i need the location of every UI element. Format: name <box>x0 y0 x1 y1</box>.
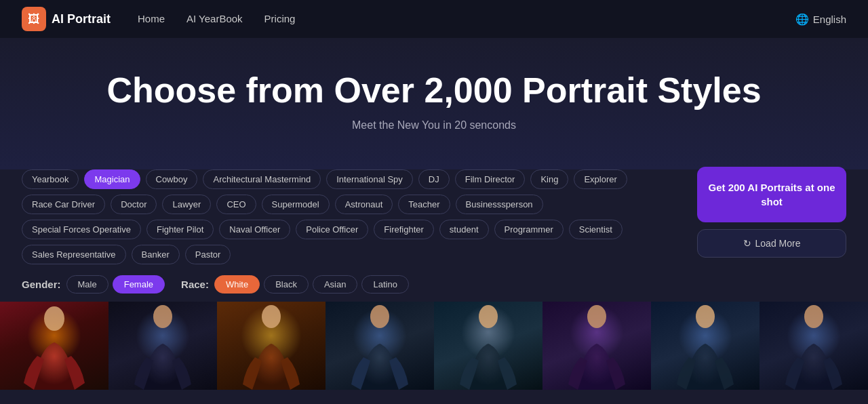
svg-point-6 <box>696 305 715 328</box>
svg-point-2 <box>262 305 281 328</box>
tags-row-2: Race Car Driver Doctor Lawyer CEO Superm… <box>22 195 681 214</box>
tag-yearbook[interactable]: Yearbook <box>22 169 79 189</box>
tag-supermodel[interactable]: Supermodel <box>262 195 330 214</box>
tag-astronaut[interactable]: Astronaut <box>335 195 393 214</box>
tag-lawyer[interactable]: Lawyer <box>162 195 211 214</box>
svg-point-1 <box>153 305 172 328</box>
hero-subtitle: Meet the New You in 20 senconds <box>22 119 846 132</box>
hero-section: Choose from Over 2,000 Portrait Styles M… <box>0 38 868 169</box>
gender-label: Gender: <box>22 279 61 290</box>
navbar: 🖼 AI Portrait Home AI YearBook Pricing 🌐… <box>0 0 868 38</box>
load-more-button[interactable]: ↻ Load More <box>697 229 846 258</box>
race-options: White Black Asian Latino <box>214 275 409 294</box>
hero-title: Choose from Over 2,000 Portrait Styles <box>22 70 846 111</box>
nav-pricing[interactable]: Pricing <box>264 13 296 24</box>
svg-point-0 <box>44 306 64 331</box>
image-cell-2[interactable] <box>108 302 217 390</box>
tags-section: Yearbook Magician Cowboy Architectural M… <box>22 169 681 294</box>
tag-teacher[interactable]: Teacher <box>398 195 450 214</box>
tag-magician[interactable]: Magician <box>84 169 140 189</box>
image-cell-7[interactable] <box>651 302 760 390</box>
tag-student[interactable]: student <box>439 220 489 239</box>
tags-row-4: Sales Representative Banker Pastor <box>22 245 681 264</box>
load-more-label: Load More <box>755 238 801 249</box>
filter-latino[interactable]: Latino <box>361 275 408 294</box>
tag-cowboy[interactable]: Cowboy <box>146 169 198 189</box>
cta-button[interactable]: Get 200 AI Portraits at one shot <box>697 167 846 222</box>
tag-explorer[interactable]: Explorer <box>574 169 627 189</box>
tags-row-1: Yearbook Magician Cowboy Architectural M… <box>22 169 681 189</box>
svg-point-5 <box>587 305 606 328</box>
race-label: Race: <box>181 279 209 290</box>
image-cell-5[interactable] <box>434 302 542 390</box>
race-filter-group: Race: White Black Asian Latino <box>181 275 409 294</box>
logo[interactable]: 🖼 AI Portrait <box>22 7 111 31</box>
svg-point-3 <box>370 305 389 328</box>
tag-architectural-mastermind[interactable]: Architectural Mastermind <box>203 169 321 189</box>
globe-icon: 🌐 <box>795 13 809 26</box>
side-panel: Get 200 AI Portraits at one shot ↻ Load … <box>697 167 846 258</box>
filters-section: Gender: Male Female Race: White Black As… <box>22 275 681 294</box>
tag-sales-representative[interactable]: Sales Representative <box>22 245 126 264</box>
nav-home[interactable]: Home <box>138 13 165 24</box>
language-label: English <box>813 14 846 25</box>
filter-white[interactable]: White <box>214 275 260 294</box>
filter-male[interactable]: Male <box>66 275 108 294</box>
tag-programmer[interactable]: Programmer <box>494 220 564 239</box>
refresh-icon: ↻ <box>743 238 751 249</box>
image-cell-8[interactable] <box>760 302 868 390</box>
tag-firefighter[interactable]: Firefighter <box>374 220 434 239</box>
tag-film-director[interactable]: Film Director <box>455 169 526 189</box>
tag-race-car-driver[interactable]: Race Car Driver <box>22 195 105 214</box>
gender-options: Male Female <box>66 275 165 294</box>
image-cell-1[interactable] <box>0 302 108 390</box>
tag-businesssperson[interactable]: Businesssperson <box>456 195 543 214</box>
tag-banker[interactable]: Banker <box>132 245 180 264</box>
language-selector[interactable]: 🌐 English <box>795 13 846 26</box>
logo-text: AI Portrait <box>52 12 111 26</box>
filter-female[interactable]: Female <box>113 275 165 294</box>
tag-doctor[interactable]: Doctor <box>111 195 157 214</box>
image-cell-6[interactable] <box>542 302 651 390</box>
tag-scientist[interactable]: Scientist <box>569 220 623 239</box>
filter-asian[interactable]: Asian <box>313 275 358 294</box>
image-cell-3[interactable] <box>217 302 326 390</box>
svg-point-7 <box>804 305 823 328</box>
tag-international-spy[interactable]: International Spy <box>326 169 413 189</box>
main-content: Yearbook Magician Cowboy Architectural M… <box>0 169 868 294</box>
nav-ai-yearbook[interactable]: AI YearBook <box>186 13 243 24</box>
gender-filter-group: Gender: Male Female <box>22 275 165 294</box>
tag-dj[interactable]: DJ <box>418 169 450 189</box>
tag-police-officer[interactable]: Police Officer <box>296 220 368 239</box>
svg-point-4 <box>479 305 498 328</box>
tags-row-3: Special Forces Operative Fighter Pilot N… <box>22 220 681 239</box>
tag-special-forces-operative[interactable]: Special Forces Operative <box>22 220 141 239</box>
tag-fighter-pilot[interactable]: Fighter Pilot <box>146 220 214 239</box>
logo-icon: 🖼 <box>22 7 46 31</box>
tag-naval-officer[interactable]: Naval Officer <box>219 220 290 239</box>
tag-pastor[interactable]: Pastor <box>185 245 231 264</box>
image-cell-4[interactable] <box>326 302 434 390</box>
tag-ceo[interactable]: CEO <box>216 195 256 214</box>
filter-black[interactable]: Black <box>264 275 309 294</box>
image-grid <box>0 302 868 390</box>
tag-king[interactable]: King <box>530 169 568 189</box>
nav-links: Home AI YearBook Pricing <box>138 13 295 25</box>
